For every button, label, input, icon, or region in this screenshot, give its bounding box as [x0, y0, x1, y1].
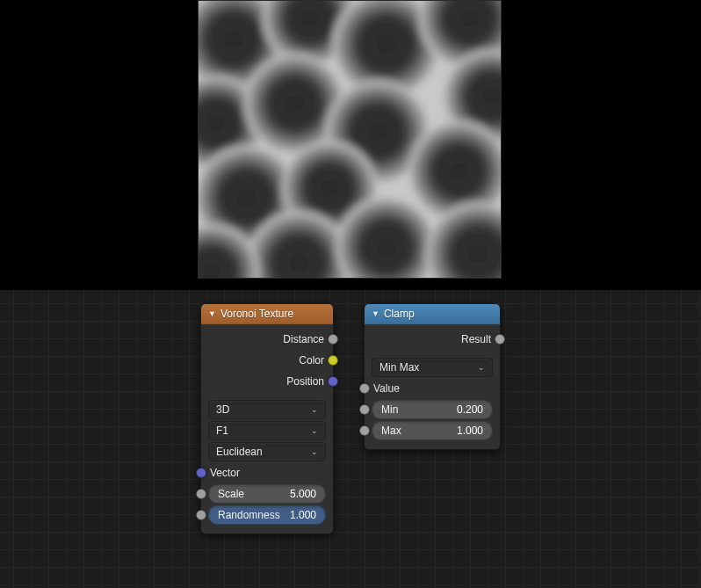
- randomness-label: Randomness: [218, 509, 280, 521]
- dimensions-value: 3D: [216, 403, 229, 416]
- chevron-down-icon: ⌄: [311, 405, 318, 414]
- socket-in-scale[interactable]: [196, 489, 206, 499]
- max-label: Max: [381, 425, 401, 437]
- dimensions-select[interactable]: 3D ⌄: [208, 400, 326, 419]
- socket-out-result[interactable]: [495, 334, 505, 345]
- socket-in-vector[interactable]: [196, 468, 206, 478]
- node-header[interactable]: ▼ Voronoi Texture: [201, 304, 333, 324]
- node-editor[interactable]: ▼ Voronoi Texture Distance Color Positio…: [0, 290, 701, 588]
- feature-value: F1: [216, 425, 228, 437]
- input-value-label: Value: [372, 382, 400, 395]
- socket-out-distance[interactable]: [328, 334, 338, 345]
- output-distance-label: Distance: [283, 333, 326, 345]
- min-value: 0.200: [457, 403, 483, 416]
- collapse-icon[interactable]: ▼: [208, 309, 216, 318]
- feature-select[interactable]: F1 ⌄: [208, 421, 326, 440]
- min-field[interactable]: Min 0.200: [372, 400, 493, 419]
- min-label: Min: [381, 403, 398, 416]
- scale-field[interactable]: Scale 5.000: [208, 484, 326, 504]
- chevron-down-icon: ⌄: [311, 426, 318, 435]
- distance-metric-value: Euclidean: [216, 446, 263, 458]
- collapse-icon[interactable]: ▼: [372, 309, 379, 318]
- node-header[interactable]: ▼ Clamp: [365, 304, 500, 324]
- node-title: Clamp: [384, 308, 415, 320]
- max-value: 1.000: [457, 425, 483, 437]
- distance-metric-select[interactable]: Euclidean ⌄: [208, 442, 326, 461]
- socket-in-max[interactable]: [359, 425, 370, 436]
- socket-out-position[interactable]: [328, 376, 338, 387]
- clamp-mode-select[interactable]: Min Max ⌄: [372, 358, 493, 377]
- max-field[interactable]: Max 1.000: [372, 421, 493, 440]
- node-title: Voronoi Texture: [220, 308, 293, 320]
- randomness-value: 1.000: [290, 509, 316, 521]
- clamp-mode-value: Min Max: [379, 361, 419, 374]
- output-color-label: Color: [299, 354, 326, 367]
- node-voronoi-texture[interactable]: ▼ Voronoi Texture Distance Color Positio…: [200, 303, 334, 534]
- socket-in-randomness[interactable]: [196, 510, 206, 520]
- chevron-down-icon: ⌄: [478, 363, 485, 372]
- scale-label: Scale: [218, 488, 244, 500]
- node-clamp[interactable]: ▼ Clamp Result Min Max ⌄ Value: [364, 303, 501, 450]
- output-position-label: Position: [286, 375, 326, 388]
- socket-out-color[interactable]: [328, 355, 338, 366]
- output-result-label: Result: [461, 333, 493, 345]
- socket-in-min[interactable]: [359, 404, 370, 415]
- input-vector-label: Vector: [208, 467, 240, 479]
- randomness-field[interactable]: Randomness 1.000: [208, 505, 326, 525]
- texture-preview: [198, 0, 502, 279]
- chevron-down-icon: ⌄: [311, 447, 318, 456]
- render-preview-area: [0, 0, 701, 290]
- socket-in-value[interactable]: [359, 383, 370, 394]
- scale-value: 5.000: [290, 488, 316, 500]
